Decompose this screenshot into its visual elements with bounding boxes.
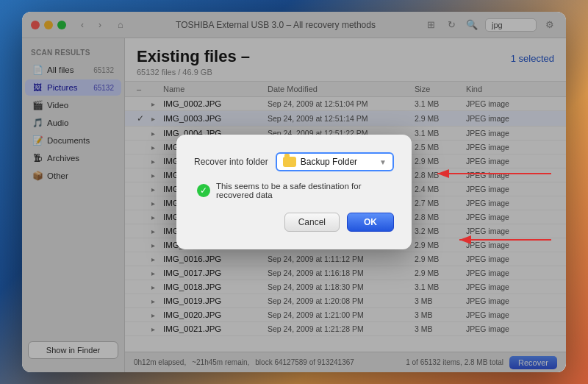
safe-message-text: This seems to be a safe destination for … <box>216 182 391 199</box>
recover-folder-label: Recover into folder <box>194 157 268 167</box>
recover-modal: Recover into folder Backup Folder ▼ ✓ Th… <box>176 135 412 249</box>
folder-dropdown-icon: ▼ <box>379 158 387 166</box>
main-window: ‹ › ⌂ TOSHIBA External USB 3.0 – All rec… <box>22 12 566 372</box>
folder-selector[interactable]: Backup Folder ▼ <box>276 152 394 171</box>
ok-button[interactable]: OK <box>347 213 394 232</box>
cancel-button[interactable]: Cancel <box>284 213 340 232</box>
folder-icon <box>283 157 296 167</box>
folder-row: Recover into folder Backup Folder ▼ <box>194 152 394 171</box>
modal-overlay: Recover into folder Backup Folder ▼ ✓ Th… <box>22 12 566 372</box>
folder-name: Backup Folder <box>301 157 375 167</box>
modal-buttons: Cancel OK <box>194 213 394 232</box>
safe-message-row: ✓ This seems to be a safe destination fo… <box>194 182 394 199</box>
checkmark-icon: ✓ <box>197 184 210 197</box>
